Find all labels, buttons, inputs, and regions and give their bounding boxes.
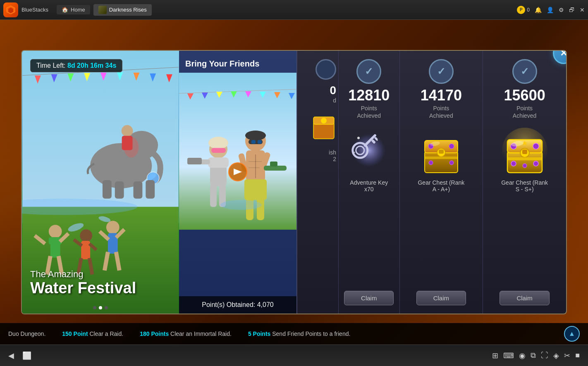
svg-rect-60 [208, 157, 229, 168]
svg-point-66 [245, 131, 266, 140]
points-label-1: PointsAchieved [357, 105, 381, 119]
svg-point-116 [523, 164, 527, 168]
reward-icon-key [344, 126, 394, 175]
screen-icon[interactable]: ⧉ [531, 351, 536, 360]
partial-check-circle [316, 59, 336, 80]
reward-icon-chest-s [500, 126, 550, 175]
partial-reward-col: 0 d ish 2 [297, 51, 338, 314]
reward-col-12810: ✓ 12810 PointsAchieved [338, 51, 399, 314]
partial-reward-icon [311, 112, 336, 141]
back-button[interactable]: ◀ [8, 351, 14, 360]
chest-s-svg [500, 126, 550, 175]
ticker-scroll-button[interactable]: ▲ [564, 326, 580, 342]
svg-rect-80 [270, 162, 277, 166]
svg-rect-24 [122, 136, 133, 150]
bring-friends-section: Bring Your Friends [179, 51, 297, 314]
partial-points-number: 0 [330, 84, 336, 97]
claim-button-2[interactable]: Claim [416, 291, 466, 305]
chest-a-svg [416, 126, 466, 175]
svg-rect-110 [522, 150, 527, 154]
festival-subtitle: The Amazing [30, 269, 136, 280]
ticker-text-2: Clear an Immortal Raid. [170, 330, 232, 337]
left-banner: Time Left: 8d 20h 16m 34s The Amazing Wa… [22, 51, 179, 314]
coin-area: P 0 [517, 6, 530, 14]
ticker-highlight-1: 150 Point [62, 330, 88, 337]
restore-icon[interactable]: 🗗 [569, 7, 575, 13]
svg-rect-33 [81, 241, 90, 259]
modal-overlay: ✕ [0, 20, 588, 345]
svg-point-115 [533, 161, 538, 166]
svg-rect-20 [115, 181, 124, 199]
festival-main-title: Water Festival [30, 280, 136, 297]
time-value: 8d 20h 16m 34s [67, 62, 116, 69]
svg-point-81 [220, 200, 262, 210]
svg-rect-62 [187, 158, 202, 164]
partial-reward-extra: 2 [333, 156, 336, 162]
key-svg [346, 128, 392, 173]
cut-icon[interactable]: ✂ [564, 351, 570, 360]
svg-rect-99 [439, 150, 444, 154]
tab-game-label: Darkness Rises [109, 7, 147, 13]
dot-1 [93, 306, 96, 309]
svg-point-87 [352, 134, 385, 167]
claim-button-3[interactable]: Claim [500, 291, 549, 305]
bring-friends-title: Bring Your Friends [179, 51, 296, 73]
ticker-item-3: 5 Points Send Friend Points to a friend. [248, 330, 350, 337]
svg-rect-19 [103, 180, 112, 199]
keyboard-icon[interactable]: ⌨ [503, 351, 514, 360]
reward-name-key: Adventure Keyx70 [350, 179, 388, 194]
ticker-text-3: Send Friend Points to a friend. [272, 330, 350, 337]
tab-home[interactable]: 🏠 Home [57, 5, 90, 14]
ticker-content: Duo Dungeon. 150 Point Clear a Raid. 180… [8, 330, 350, 337]
reward-col-15600: ✓ 15600 PointsAchieved [483, 51, 566, 314]
points-label-2: PointsAchieved [429, 105, 453, 119]
ticker-item-0: Duo Dungeon. [8, 330, 45, 337]
notification-icon[interactable]: 🔔 [535, 7, 542, 13]
bluestacks-label: BlueStacks [22, 7, 48, 13]
points-obtained-value: 4,070 [257, 301, 274, 308]
svg-rect-84 [313, 122, 334, 139]
svg-rect-3 [22, 207, 179, 314]
svg-point-102 [449, 144, 454, 149]
svg-point-32 [80, 229, 92, 242]
expand-icon[interactable]: ⛶ [541, 351, 548, 360]
main-panel: ✕ [21, 50, 567, 314]
check-mark-3: ✓ [521, 66, 529, 77]
eye-icon[interactable]: ◉ [519, 351, 526, 360]
time-badge: Time Left: 8d 20h 16m 34s [30, 59, 122, 72]
reward-col-14170: ✓ 14170 PointsAchieved [399, 51, 483, 314]
partial-reward-name: ish [329, 149, 336, 156]
location-icon[interactable]: ◈ [553, 351, 559, 360]
dot-2 [99, 306, 102, 309]
dot-3 [105, 306, 108, 309]
reward-name-chest-a: Gear Chest (RankA - A+) [418, 179, 464, 194]
bottom-nav-right: ⊞ ⌨ ◉ ⧉ ⛶ ◈ ✂ ■ [492, 351, 580, 360]
friends-art [179, 73, 296, 230]
square-icon[interactable]: ■ [575, 351, 580, 360]
grid-icon[interactable]: ⊞ [492, 351, 498, 360]
reward-icon-chest-a [416, 126, 466, 175]
svg-rect-2 [22, 51, 179, 223]
claim-button-1[interactable]: Claim [344, 291, 394, 305]
svg-rect-74 [244, 179, 267, 200]
svg-point-57 [208, 137, 228, 149]
svg-rect-63 [210, 184, 217, 207]
taskbar-controls: P 0 🔔 👤 ⚙ 🗗 ✕ [517, 6, 585, 14]
taskbar: BlueStacks 🏠 Home Darkness Rises P 0 🔔 👤… [0, 0, 588, 20]
close-window-icon[interactable]: ✕ [580, 7, 585, 13]
account-icon[interactable]: 👤 [547, 7, 554, 13]
svg-rect-68 [251, 140, 256, 144]
settings-icon[interactable]: ⚙ [559, 7, 564, 13]
scroll-dots [93, 306, 108, 309]
tab-game[interactable]: Darkness Rises [93, 4, 152, 16]
svg-rect-78 [257, 197, 264, 220]
home-button[interactable]: ⬜ [22, 351, 31, 360]
svg-rect-22 [146, 180, 155, 199]
bottom-nav-left: ◀ ⬜ [8, 351, 31, 360]
svg-rect-58 [211, 148, 226, 153]
points-12810: 12810 [348, 88, 390, 103]
ticker-item-2: 180 Points Clear an Immortal Raid. [140, 330, 232, 337]
coin-icon: P [517, 6, 525, 14]
svg-point-113 [533, 143, 539, 149]
svg-point-93 [357, 137, 360, 139]
